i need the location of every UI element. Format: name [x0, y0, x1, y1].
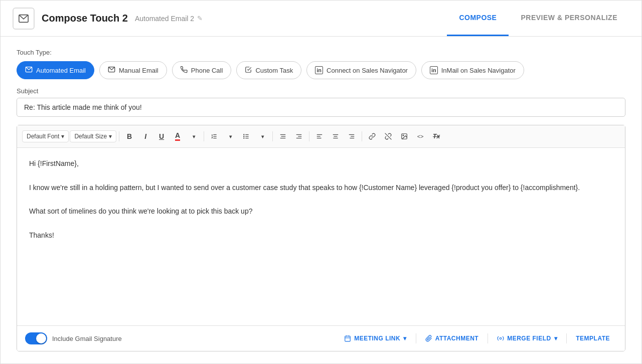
meeting-link-button[interactable]: MEETING LINK ▾: [337, 331, 414, 346]
merge-field-icon: [497, 335, 504, 342]
touch-btn-phone-call[interactable]: Phone Call: [172, 61, 232, 79]
merge-field-arrow: ▾: [554, 335, 558, 342]
toolbar-divider-2: [204, 131, 204, 141]
custom-task-label: Custom Task: [255, 67, 293, 74]
inmail-sales-nav-label: InMail on Sales Navigator: [441, 67, 516, 74]
attachment-label: ATTACHMENT: [435, 335, 479, 342]
align-left-icon: [316, 133, 323, 140]
template-label: TEMPLATE: [576, 335, 610, 342]
gmail-signature-toggle[interactable]: [25, 332, 47, 344]
linkedin-inmail-icon: in: [430, 66, 438, 74]
footer-left: Include Gmail Signature: [25, 332, 122, 344]
font-size-select[interactable]: Default Size ▾: [70, 130, 116, 142]
svg-point-34: [500, 337, 502, 339]
email-compose-icon: [18, 13, 29, 24]
footer-right: MEETING LINK ▾ ATTACHMENT MERGE FIELD ▾: [337, 331, 617, 346]
connect-sales-nav-label: Connect on Sales Navigator: [327, 67, 408, 74]
compose-icon-box: [13, 8, 35, 30]
unlink-button[interactable]: [381, 129, 396, 143]
linkedin-connect-icon: in: [315, 66, 323, 74]
font-color-icon: A: [175, 132, 180, 141]
attachment-button[interactable]: ATTACHMENT: [418, 331, 486, 346]
subtitle-text: Automated Email 2: [135, 15, 194, 23]
indent-decrease-icon: [279, 133, 286, 140]
tab-preview-personalize[interactable]: PREVIEW & PERSONALIZE: [509, 1, 629, 36]
link-icon: [369, 133, 376, 140]
font-size-label: Default Size: [74, 133, 107, 140]
calendar-icon: [344, 335, 351, 342]
automated-email-icon: [25, 66, 33, 75]
toolbar-divider-1: [119, 131, 119, 141]
svg-rect-30: [345, 336, 351, 341]
editor-footer: Include Gmail Signature MEETING LINK ▾ A…: [17, 325, 625, 351]
attachment-icon: [425, 335, 432, 342]
touch-btn-manual-email[interactable]: Manual Email: [99, 61, 167, 79]
touch-btn-custom-task[interactable]: Custom Task: [236, 61, 301, 79]
toolbar-divider-3: [272, 131, 273, 141]
content-area: Touch Type: Automated Email: [1, 37, 641, 363]
template-button[interactable]: TEMPLATE: [569, 331, 617, 346]
merge-field-button[interactable]: MERGE FIELD ▾: [490, 331, 564, 346]
header-nav: COMPOSE PREVIEW & PERSONALIZE: [447, 1, 629, 36]
touch-btn-connect-sales-nav[interactable]: in Connect on Sales Navigator: [306, 61, 416, 79]
header: Compose Touch 2 Automated Email 2 ✎ COMP…: [1, 1, 641, 37]
link-button[interactable]: [365, 129, 380, 143]
indent-increase-button[interactable]: [291, 129, 306, 143]
align-center-icon: [332, 133, 339, 140]
align-center-button[interactable]: [328, 129, 343, 143]
subject-label: Subject: [17, 87, 625, 95]
ordered-list-button[interactable]: [207, 129, 222, 143]
touch-btn-inmail-sales-nav[interactable]: in InMail on Sales Navigator: [421, 61, 524, 79]
svg-point-9: [244, 134, 244, 135]
underline-button[interactable]: U: [154, 129, 169, 143]
edit-icon[interactable]: ✎: [197, 15, 203, 22]
align-right-button[interactable]: [344, 129, 359, 143]
image-icon: [401, 133, 408, 140]
code-button[interactable]: <>: [413, 129, 428, 143]
bold-button[interactable]: B: [122, 129, 137, 143]
editor-section: Default Font ▾ Default Size ▾ B I U A ▾: [17, 125, 625, 351]
meeting-link-label: MEETING LINK: [354, 335, 400, 342]
align-right-icon: [348, 133, 355, 140]
font-color-arrow[interactable]: ▾: [186, 129, 201, 143]
italic-button[interactable]: I: [138, 129, 153, 143]
svg-point-10: [244, 136, 244, 136]
indent-decrease-button[interactable]: [275, 129, 290, 143]
unordered-list-icon: [243, 133, 250, 140]
toolbar-divider-4: [309, 131, 309, 141]
footer-divider-2: [488, 333, 488, 343]
gmail-signature-label: Include Gmail Signature: [52, 335, 122, 342]
phone-icon: [181, 66, 188, 75]
phone-svg: [181, 66, 188, 73]
font-family-arrow: ▾: [61, 133, 64, 140]
touch-type-section: Touch Type: Automated Email: [17, 49, 625, 79]
task-icon: [245, 66, 252, 75]
font-size-arrow: ▾: [109, 133, 112, 140]
header-left: Compose Touch 2 Automated Email 2 ✎: [13, 8, 203, 30]
touch-type-label: Touch Type:: [17, 49, 625, 56]
email-icon: [25, 66, 33, 73]
unordered-list-button[interactable]: [239, 129, 254, 143]
font-family-select[interactable]: Default Font ▾: [22, 130, 69, 142]
tab-compose[interactable]: COMPOSE: [447, 1, 509, 36]
ordered-list-arrow[interactable]: ▾: [223, 129, 238, 143]
toolbar: Default Font ▾ Default Size ▾ B I U A ▾: [17, 125, 625, 148]
phone-call-label: Phone Call: [191, 67, 223, 74]
header-subtitle: Automated Email 2 ✎: [135, 15, 203, 23]
toolbar-divider-5: [362, 131, 362, 141]
main-container: Compose Touch 2 Automated Email 2 ✎ COMP…: [0, 0, 642, 364]
subject-section: Subject: [17, 87, 625, 117]
touch-btn-automated-email[interactable]: Automated Email: [17, 61, 94, 79]
subject-input[interactable]: [17, 98, 625, 117]
font-family-label: Default Font: [27, 133, 59, 140]
editor-body[interactable]: Hi {!FirstName}, I know we're still in a…: [17, 148, 625, 325]
font-color-button[interactable]: A: [170, 129, 185, 143]
manual-email-label: Manual Email: [119, 67, 158, 74]
manual-email-svg: [108, 66, 115, 73]
clear-format-button[interactable]: Tx: [429, 129, 444, 143]
unordered-list-arrow[interactable]: ▾: [255, 129, 270, 143]
manual-email-icon: [108, 66, 115, 75]
merge-field-label: MERGE FIELD: [507, 335, 551, 342]
image-button[interactable]: [397, 129, 412, 143]
align-left-button[interactable]: [312, 129, 327, 143]
